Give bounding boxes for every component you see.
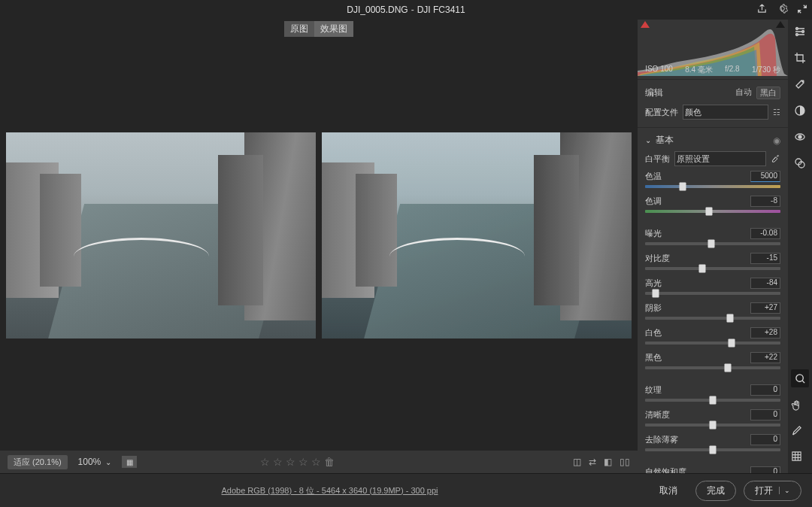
blacks-value[interactable]: +22 xyxy=(750,352,780,363)
highlights-label: 高光 xyxy=(645,278,662,289)
shadows-slider[interactable] xyxy=(645,317,780,320)
after-image[interactable] xyxy=(322,132,632,339)
toggle-grid-button[interactable]: ▦ xyxy=(122,456,137,468)
star-2[interactable]: ☆ xyxy=(273,456,283,468)
temp-value[interactable]: 5000 xyxy=(750,171,780,182)
star-5[interactable]: ☆ xyxy=(311,456,321,468)
cancel-button[interactable]: 取消 xyxy=(649,481,688,500)
eyedropper-icon[interactable] xyxy=(771,153,780,165)
rating-stars: ☆ ☆ ☆ ☆ ☆ 🗑 xyxy=(260,456,335,468)
temp-slider[interactable] xyxy=(645,185,780,188)
wb-label: 白平衡 xyxy=(645,153,670,165)
whites-slider[interactable] xyxy=(645,342,780,345)
bw-button[interactable]: 黑白 xyxy=(756,87,780,99)
zoom-select[interactable]: 100% xyxy=(75,455,115,469)
crop-tool-icon[interactable] xyxy=(794,52,806,66)
svg-point-3 xyxy=(802,80,804,82)
tint-value[interactable]: -8 xyxy=(750,196,780,207)
wb-select[interactable]: 原照设置 xyxy=(674,151,766,166)
shadows-value[interactable]: +27 xyxy=(750,302,780,314)
camera-model: DJI FC3411 xyxy=(417,5,465,15)
blacks-slider[interactable] xyxy=(645,366,780,369)
chevron-down-icon: ⌄ xyxy=(645,136,651,144)
contrast-value[interactable]: -15 xyxy=(750,253,780,264)
profile-select[interactable]: 颜色 xyxy=(683,105,768,120)
shadows-label: 阴影 xyxy=(645,302,662,314)
grid-tool-icon[interactable] xyxy=(791,451,809,464)
collapse-icon[interactable] xyxy=(797,4,807,17)
temp-label: 色温 xyxy=(645,171,662,182)
whites-value[interactable]: +28 xyxy=(750,327,780,339)
done-button[interactable]: 完成 xyxy=(695,481,736,501)
tool-strip xyxy=(788,20,812,473)
edit-panel: ISO 100 8.4 毫米 f/2.8 1/730 秒 编辑 自动 黑白 配置… xyxy=(638,20,788,473)
shadow-clip-warning-icon[interactable] xyxy=(641,21,650,28)
exif-focal: 8.4 毫米 xyxy=(685,65,713,75)
exif-iso: ISO 100 xyxy=(645,65,673,75)
before-label[interactable]: 原图 xyxy=(284,21,314,37)
delete-icon[interactable]: 🗑 xyxy=(324,456,335,468)
dehaze-value[interactable]: 0 xyxy=(750,434,780,445)
auto-button[interactable]: 自动 xyxy=(735,87,752,99)
compare-mode-2-icon[interactable]: ◧ xyxy=(604,457,612,467)
zoom-tool-icon[interactable] xyxy=(791,369,809,387)
highlights-slider[interactable] xyxy=(645,292,780,295)
svg-point-9 xyxy=(795,374,802,381)
clarity-label: 清晰度 xyxy=(645,409,670,420)
edit-title: 编辑 xyxy=(645,87,663,99)
share-icon[interactable] xyxy=(756,3,768,17)
texture-label: 纹理 xyxy=(645,384,662,396)
edit-tool-icon[interactable] xyxy=(794,26,806,40)
exposure-value[interactable]: -0.08 xyxy=(750,228,780,239)
compare-mode-1-icon[interactable]: ◫ xyxy=(573,457,581,467)
open-button[interactable]: 打开 xyxy=(744,481,801,501)
texture-value[interactable]: 0 xyxy=(750,384,780,396)
exif-aperture: f/2.8 xyxy=(725,65,739,75)
star-1[interactable]: ☆ xyxy=(260,456,270,468)
star-3[interactable]: ☆ xyxy=(286,456,295,468)
exif-shutter: 1/730 秒 xyxy=(752,65,780,75)
exposure-slider[interactable] xyxy=(645,242,780,245)
heal-tool-icon[interactable] xyxy=(794,78,806,93)
clarity-value[interactable]: 0 xyxy=(750,409,780,420)
clarity-slider[interactable] xyxy=(645,424,780,427)
histogram[interactable]: ISO 100 8.4 毫米 f/2.8 1/730 秒 xyxy=(638,20,788,80)
before-image[interactable] xyxy=(6,132,316,339)
vibrance-value[interactable]: 0 xyxy=(750,466,780,473)
gear-icon[interactable] xyxy=(777,3,788,17)
compare-labels: 原图 效果图 xyxy=(284,21,353,37)
tint-slider[interactable] xyxy=(645,210,780,213)
highlights-value[interactable]: -84 xyxy=(750,278,780,289)
whites-label: 白色 xyxy=(645,327,662,339)
cycle-view-icon[interactable]: ▯▯ xyxy=(620,457,630,467)
dehaze-slider[interactable] xyxy=(645,448,780,451)
visibility-toggle-icon[interactable]: ◉ xyxy=(773,135,780,146)
contrast-label: 对比度 xyxy=(645,253,670,264)
preview-toolbar: 适应 (20.1%) 100% ▦ ☆ ☆ ☆ ☆ ☆ 🗑 ◫ ⇄ ◧ ▯▯ xyxy=(0,451,638,473)
dehaze-label: 去除薄雾 xyxy=(645,434,678,445)
basic-title: 基本 xyxy=(656,134,674,147)
texture-slider[interactable] xyxy=(645,399,780,402)
profile-label: 配置文件 xyxy=(645,107,678,118)
fit-button[interactable]: 适应 (20.1%) xyxy=(8,455,68,469)
basic-section-header[interactable]: ⌄ 基本 ◉ xyxy=(645,134,780,147)
star-4[interactable]: ☆ xyxy=(298,456,308,468)
exposure-label: 曝光 xyxy=(645,228,662,239)
highlight-clip-warning-icon[interactable] xyxy=(776,21,785,28)
metadata-link[interactable]: Adobe RGB (1998) - 8 位 - 5464 x 3640 (19… xyxy=(222,485,438,496)
sampler-tool-icon[interactable] xyxy=(791,425,809,439)
presets-icon[interactable] xyxy=(794,157,806,172)
blacks-label: 黑色 xyxy=(645,352,662,363)
swap-icon[interactable]: ⇄ xyxy=(589,457,596,467)
mask-tool-icon[interactable] xyxy=(794,105,806,119)
tint-label: 色调 xyxy=(645,196,662,207)
profile-browser-icon[interactable]: ☷ xyxy=(773,108,780,117)
hand-tool-icon[interactable] xyxy=(791,399,809,413)
preview-area: 原图 效果图 适应 (20.1%) 100% ▦ ☆ ☆ ☆ ☆ ☆ 🗑 xyxy=(0,20,638,473)
contrast-slider[interactable] xyxy=(645,267,780,270)
after-label[interactable]: 效果图 xyxy=(314,21,353,37)
svg-point-6 xyxy=(798,135,801,138)
vibrance-label: 自然饱和度 xyxy=(645,466,686,473)
redeye-tool-icon[interactable] xyxy=(794,131,806,145)
bottom-bar: Adobe RGB (1998) - 8 位 - 5464 x 3640 (19… xyxy=(0,473,812,507)
